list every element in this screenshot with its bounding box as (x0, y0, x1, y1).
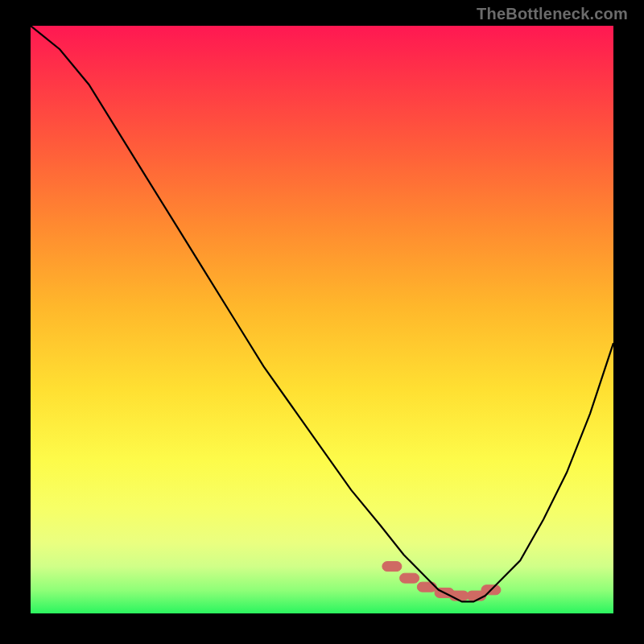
bottleneck-curve (31, 26, 613, 601)
plot-area (31, 26, 613, 613)
marker-blobs (382, 562, 501, 601)
chart-container: TheBottleneck.com (0, 0, 644, 644)
attribution-text: TheBottleneck.com (477, 5, 628, 23)
chart-svg (31, 26, 613, 613)
